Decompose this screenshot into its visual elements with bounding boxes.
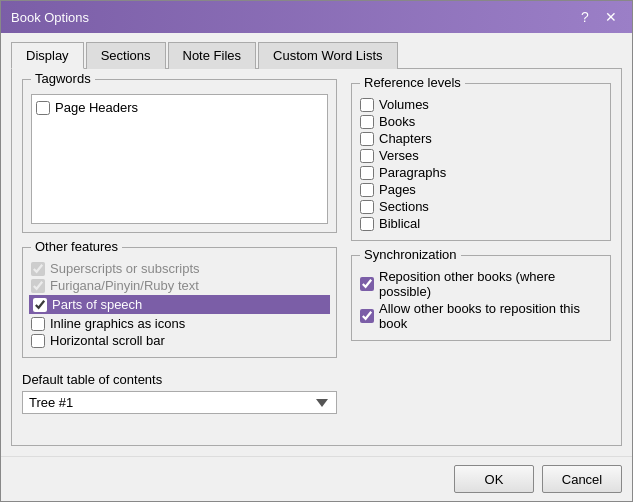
checkbox-horizontal-scroll[interactable] [31,334,45,348]
reference-levels-list: Volumes Books Chapters Verses [360,96,602,232]
label-chapters: Chapters [379,131,432,146]
checkbox-chapters[interactable] [360,132,374,146]
checkbox-pages[interactable] [360,183,374,197]
tab-sections[interactable]: Sections [86,42,166,69]
label-verses: Verses [379,148,419,163]
other-feature-inline-graphics: Inline graphics as icons [31,315,328,332]
right-column: Reference levels Volumes Books Chapte [351,79,611,435]
toc-select[interactable]: Tree #1 Tree #2 Tree #3 [22,391,337,414]
other-feature-horizontal-scroll: Horizontal scroll bar [31,332,328,349]
help-button[interactable]: ? [574,7,596,27]
label-pages: Pages [379,182,416,197]
tagwords-label: Tagwords [31,71,95,86]
tabs-bar: Display Sections Note Files Custom Word … [11,41,622,68]
synchronization-label: Synchronization [360,247,461,262]
label-horizontal-scroll: Horizontal scroll bar [50,333,165,348]
ref-level-chapters: Chapters [360,130,602,147]
ref-level-pages: Pages [360,181,602,198]
checkbox-volumes[interactable] [360,98,374,112]
checkbox-inline-graphics[interactable] [31,317,45,331]
checkbox-superscripts[interactable] [31,262,45,276]
label-furigana: Furigana/Pinyin/Ruby text [50,278,199,293]
label-biblical: Biblical [379,216,420,231]
label-allow-reposition: Allow other books to reposition this boo… [379,301,602,331]
title-bar-buttons: ? ✕ [574,7,622,27]
label-parts-of-speech: Parts of speech [52,297,142,312]
tab-content-display: Tagwords Page Headers Other features [11,68,622,446]
checkbox-books[interactable] [360,115,374,129]
checkbox-biblical[interactable] [360,217,374,231]
tagwords-checkbox-page-headers[interactable] [36,101,50,115]
checkbox-reposition-others[interactable] [360,277,374,291]
ref-level-paragraphs: Paragraphs [360,164,602,181]
checkbox-paragraphs[interactable] [360,166,374,180]
checkbox-sections[interactable] [360,200,374,214]
tagwords-item-page-headers: Page Headers [36,99,323,116]
ref-level-sections: Sections [360,198,602,215]
other-feature-furigana: Furigana/Pinyin/Ruby text [31,277,328,294]
tab-note-files[interactable]: Note Files [168,42,257,69]
other-features-list: Superscripts or subscripts Furigana/Piny… [31,260,328,349]
synchronization-list: Reposition other books (where possible) … [360,268,602,332]
checkbox-verses[interactable] [360,149,374,163]
label-paragraphs: Paragraphs [379,165,446,180]
tagwords-item-label: Page Headers [55,100,138,115]
sync-item-allow-reposition: Allow other books to reposition this boo… [360,300,602,332]
default-toc-label: Default table of contents [22,372,337,387]
reference-levels-group: Reference levels Volumes Books Chapte [351,83,611,241]
cancel-button[interactable]: Cancel [542,465,622,493]
close-button[interactable]: ✕ [600,7,622,27]
other-features-label: Other features [31,239,122,254]
dialog-title: Book Options [11,10,89,25]
sync-item-reposition-others: Reposition other books (where possible) [360,268,602,300]
label-sections: Sections [379,199,429,214]
default-toc-section: Default table of contents Tree #1 Tree #… [22,372,337,414]
ref-level-biblical: Biblical [360,215,602,232]
synchronization-group: Synchronization Reposition other books (… [351,255,611,341]
other-features-group: Other features Superscripts or subscript… [22,247,337,358]
tagwords-list: Page Headers [31,94,328,224]
label-books: Books [379,114,415,129]
book-options-dialog: Book Options ? ✕ Display Sections Note F… [0,0,633,502]
label-reposition-others: Reposition other books (where possible) [379,269,602,299]
left-column: Tagwords Page Headers Other features [22,79,337,435]
other-feature-superscripts: Superscripts or subscripts [31,260,328,277]
ref-level-verses: Verses [360,147,602,164]
title-bar: Book Options ? ✕ [1,1,632,33]
ref-level-books: Books [360,113,602,130]
ref-level-volumes: Volumes [360,96,602,113]
reference-levels-label: Reference levels [360,75,465,90]
checkbox-furigana[interactable] [31,279,45,293]
dialog-body: Display Sections Note Files Custom Word … [1,33,632,456]
checkbox-allow-reposition[interactable] [360,309,374,323]
tab-custom-word-lists[interactable]: Custom Word Lists [258,42,398,69]
checkbox-parts-of-speech[interactable] [33,298,47,312]
label-inline-graphics: Inline graphics as icons [50,316,185,331]
other-feature-parts-of-speech[interactable]: Parts of speech [29,295,330,314]
ok-button[interactable]: OK [454,465,534,493]
label-superscripts: Superscripts or subscripts [50,261,200,276]
label-volumes: Volumes [379,97,429,112]
tab-display[interactable]: Display [11,42,84,69]
dialog-footer: OK Cancel [1,456,632,501]
tagwords-group: Tagwords Page Headers [22,79,337,233]
